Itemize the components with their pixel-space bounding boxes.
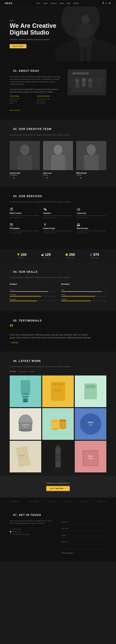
work-desc: Tore aute irure dolor in reprehenderit i… <box>10 366 106 368</box>
testimonial-author: — John Doe <box>10 342 106 344</box>
skill-bar-fill-3 <box>61 291 102 292</box>
read-more-link[interactable]: READ MORE → <box>10 110 22 111</box>
coffee-icon: ☕ <box>41 253 44 256</box>
work-item-8[interactable]: BAG OF CHIPS <box>75 441 106 472</box>
skill-name-3: Html <box>61 289 106 291</box>
team-title: 02. OUR CREATIVE TEAM <box>13 128 52 130</box>
work-item-7[interactable]: OIL <box>42 441 74 472</box>
logos-bar: LOGOIPSUM LOGO IPSUM logoipsum logoipsum… <box>0 498 116 506</box>
team-card-2: White Beard Developer f in 🐦 <box>76 141 106 179</box>
testimonial-section-num: 05. TESTIMONIALS <box>10 319 106 322</box>
about-section-number: 01. ABOUT HOAX <box>10 70 61 72</box>
logo-item-1: LOGO IPSUM <box>28 501 39 502</box>
service-name-1: Animation <box>43 212 73 214</box>
logo-item-3: logoipsum <box>64 501 73 502</box>
twitter-icon[interactable]: 🐦 <box>109 2 111 4</box>
contact-section-num: 07. GET IN TOUCH <box>10 514 106 516</box>
filter-graphic[interactable]: Graphic <box>29 371 34 372</box>
twitter-icon[interactable]: 🐦 <box>46 177 48 179</box>
work-item-0[interactable] <box>10 376 41 407</box>
work-item-6[interactable]: BROCHURE MOCKUP <box>10 441 41 472</box>
email-field[interactable] <box>61 526 106 531</box>
work-item-5[interactable]: CHIPS ★★★ <box>75 408 106 440</box>
team-role-1: Designer <box>43 174 73 176</box>
svg-rect-27 <box>21 380 30 393</box>
smile-icon: 😊 <box>65 253 68 256</box>
subject-field[interactable] <box>61 533 106 537</box>
svg-rect-63 <box>56 446 60 447</box>
service-item-3: 📷 Photography Lorem ipsum dolor sit amet… <box>10 223 39 234</box>
linkedin-icon[interactable]: in <box>44 177 45 179</box>
animation-icon: 🎭 <box>43 208 73 211</box>
contact-phone: 📞 +1 234 567 890 <box>10 528 55 530</box>
services-section-num: 03. OUR SERVICES <box>10 195 106 198</box>
stat-label-0: Awards Won <box>10 257 34 258</box>
work-item-1[interactable]: BOX <box>42 376 74 407</box>
skills-title: 04. OUR SKILLS <box>13 270 38 273</box>
skill-name-2: Illustration <box>10 298 55 300</box>
linkedin-icon[interactable]: in <box>11 177 12 179</box>
work-item-3[interactable]: Coffee Cup Mockup <box>10 408 41 440</box>
work-item-4[interactable] <box>42 408 74 440</box>
svg-point-21 <box>54 144 62 154</box>
search-icon[interactable]: 🔍 <box>102 2 105 4</box>
filter-no-works[interactable]: No Works <box>10 371 16 372</box>
list-item: Graphic Design <box>10 98 34 100</box>
stat-num-3: 👤 575 <box>82 252 106 257</box>
name-field[interactable] <box>61 520 106 524</box>
logo-item-0: LOGOIPSUM <box>10 501 20 502</box>
cta-text: Interested in working with us? <box>10 482 106 484</box>
stat-num-2: 😊 250 <box>58 252 82 257</box>
facebook-icon[interactable]: f <box>10 177 10 179</box>
team-social-0: f in 🐦 <box>10 177 40 179</box>
skill-bar-bg-5 <box>61 301 106 301</box>
nav-home[interactable]: Home <box>36 2 41 4</box>
message-field[interactable] <box>61 540 106 549</box>
skills-designer: Designer UI / UX Animation Illustration <box>10 283 55 303</box>
team-photo-0 <box>10 141 40 170</box>
cta-button[interactable]: Let's Talk Now → <box>46 486 70 491</box>
hire-us-button[interactable]: Hire Us Now! <box>10 44 26 48</box>
service-name-4: Graphic Design <box>43 228 73 229</box>
facebook-icon[interactable]: f <box>76 177 77 179</box>
contact-left: Tore aute irure dolor in reprehenderit i… <box>10 520 55 554</box>
svg-point-42 <box>19 429 32 432</box>
twitter-icon[interactable]: 🐦 <box>13 177 15 179</box>
hero-content: Hello! We Are Creative Digital Studio Lo… <box>0 20 116 48</box>
filter-photography[interactable]: Photography <box>18 371 27 372</box>
hero-section: Hello! We Are Creative Digital Studio Lo… <box>0 6 116 62</box>
trophy-icon: 🏆 <box>17 253 20 256</box>
team-card-0: Jessica Alba Photographer f in 🐦 <box>10 141 40 179</box>
skills-desc: Tore aute irure dolor in reprehenderit i… <box>10 276 106 278</box>
service-name-0: Motion Graphic <box>10 212 39 214</box>
nav-services[interactable]: Services <box>50 2 57 4</box>
about-col2-title: Front End Developer <box>37 95 61 97</box>
team-photo-1 <box>43 141 73 170</box>
nav-about[interactable]: About <box>43 2 48 4</box>
twitter-icon[interactable]: 🐦 <box>80 177 82 179</box>
skill-name-1: Animation <box>10 294 55 295</box>
work-item-2[interactable] <box>75 376 106 407</box>
list-item: Front End Developer <box>37 98 61 100</box>
facebook-icon[interactable]: f <box>43 177 43 179</box>
logo-item-5: logoipsum <box>98 501 107 502</box>
nav-contact[interactable]: Contact <box>73 2 79 4</box>
stats-bar: 🏆 100 Awards Won ☕ 125 Coffee Cups 😊 250… <box>0 249 116 262</box>
stat-label-2: Happy Clients <box>58 257 82 258</box>
stat-item-1: ☕ 125 Coffee Cups <box>34 252 58 258</box>
linkedin-icon[interactable]: in <box>106 2 108 4</box>
about-cols: Graphic Design Graphic Design Web Design… <box>10 95 61 107</box>
contact-email: ✉️ hello@hoax.com <box>10 530 55 533</box>
nav-blog[interactable]: Blog <box>67 2 70 4</box>
stat-label-1: Coffee Cups <box>34 257 58 258</box>
photography-icon: 📷 <box>10 223 39 226</box>
send-message-button[interactable]: Send Message → <box>61 552 75 554</box>
skills-developer: Developer Html Script Illustrator <box>61 283 106 303</box>
svg-rect-22 <box>51 155 65 170</box>
service-desc-2: Lorem ipsum dolor sit amet, consectetur … <box>77 215 106 219</box>
service-item-0: 🎬 Motion Graphic Lorem ipsum dolor sit a… <box>10 208 39 219</box>
linkedin-icon[interactable]: in <box>78 177 79 179</box>
logo-item-4: logoipsum <box>81 501 90 502</box>
team-card-1: Jack Lock Designer f in 🐦 <box>43 141 73 179</box>
nav-works[interactable]: Works <box>60 2 64 4</box>
